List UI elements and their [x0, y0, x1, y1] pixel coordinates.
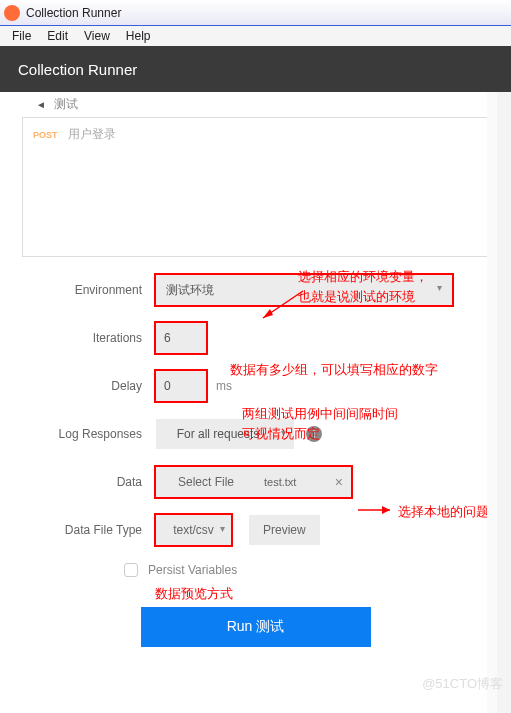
data-file-type-label: Data File Type	[16, 523, 156, 537]
window-title: Collection Runner	[26, 6, 121, 20]
watermark: @51CTO博客	[422, 675, 503, 693]
request-method: POST	[33, 130, 58, 140]
content-area: ◄ 测试 POST 用户登录 Environment 测试环境 Iteratio…	[0, 92, 511, 713]
clear-file-icon[interactable]: ×	[335, 474, 343, 490]
preview-button[interactable]: Preview	[249, 515, 320, 545]
run-button[interactable]: Run 测试	[141, 607, 371, 647]
back-arrow-icon[interactable]: ◄	[36, 99, 46, 110]
menu-view[interactable]: View	[76, 27, 118, 45]
page-header: Collection Runner	[0, 46, 511, 92]
info-icon[interactable]: i	[306, 426, 322, 442]
delay-label: Delay	[16, 379, 156, 393]
runner-form: Environment 测试环境 Iterations Delay ms Log…	[16, 265, 495, 647]
file-type-select[interactable]: text/csv	[156, 515, 231, 545]
request-name[interactable]: 用户登录	[68, 127, 116, 141]
scrollbar-inner[interactable]	[487, 92, 497, 713]
page-title: Collection Runner	[18, 61, 137, 78]
menu-edit[interactable]: Edit	[39, 27, 76, 45]
environment-select[interactable]: 测试环境	[156, 275, 452, 305]
environment-label: Environment	[16, 283, 156, 297]
breadcrumb[interactable]: ◄ 测试	[16, 92, 495, 117]
persist-checkbox[interactable]	[124, 563, 138, 577]
menu-help[interactable]: Help	[118, 27, 159, 45]
menu-bar: File Edit View Help	[0, 26, 511, 46]
delay-input[interactable]	[156, 371, 206, 401]
window-titlebar: Collection Runner	[0, 0, 511, 26]
data-label: Data	[16, 475, 156, 489]
menu-file[interactable]: File	[4, 27, 39, 45]
selected-file-name: test.txt ×	[256, 467, 351, 497]
delay-unit: ms	[216, 379, 232, 393]
request-list-box: POST 用户登录	[22, 117, 489, 257]
log-responses-select[interactable]: For all requests	[156, 419, 294, 449]
iterations-input[interactable]	[156, 323, 206, 353]
breadcrumb-name: 测试	[54, 96, 78, 113]
log-responses-label: Log Responses	[16, 427, 156, 441]
persist-variables-row[interactable]: Persist Variables	[124, 563, 495, 577]
persist-label: Persist Variables	[148, 563, 237, 577]
select-file-button[interactable]: Select File	[156, 467, 256, 497]
app-icon	[4, 5, 20, 21]
iterations-label: Iterations	[16, 331, 156, 345]
scrollbar-outer[interactable]	[497, 92, 511, 713]
